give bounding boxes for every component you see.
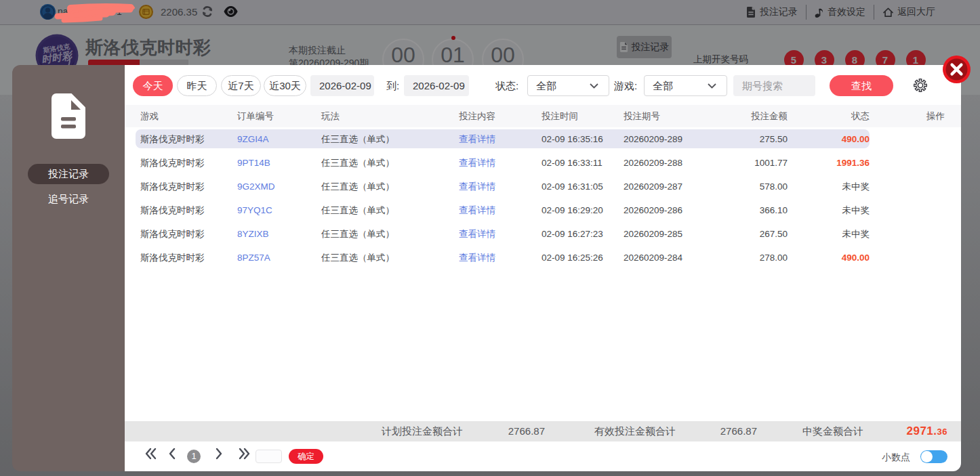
cell-action xyxy=(870,246,945,269)
cell-bet-time: 02-09 16:25:26 xyxy=(542,246,624,269)
filter-30days-button[interactable]: 近30天 xyxy=(264,75,306,96)
cell-amount: 366.10 xyxy=(714,198,788,222)
cell-status: 490.00 xyxy=(788,246,870,269)
cell-period: 20260209-289 xyxy=(624,127,714,151)
cell-play-type: 任三直选（单式） xyxy=(321,222,459,246)
filter-today-button[interactable]: 今天 xyxy=(133,75,173,96)
win-total-dec: 36 xyxy=(937,427,947,437)
last-page-button[interactable] xyxy=(238,448,251,460)
cell-status: 490.00 xyxy=(788,127,870,151)
current-page-badge[interactable]: 1 xyxy=(187,450,201,463)
cell-action xyxy=(870,222,945,246)
order-id-link[interactable]: 97YQ1C xyxy=(237,198,321,222)
filter-7days-button[interactable]: 近7天 xyxy=(221,75,261,96)
modal-panel: 今天 昨天 近7天 近30天 2026-02-09 到: 2026-02-09 … xyxy=(125,65,961,471)
cell-amount: 267.50 xyxy=(714,222,788,246)
cell-period: 20260209-287 xyxy=(624,175,714,198)
table-row[interactable]: 斯洛伐克时时彩9ZGI4A任三直选（单式）查看详情02-09 16:35:162… xyxy=(125,127,961,151)
prev-page-button[interactable] xyxy=(168,448,176,460)
filter-yesterday-button[interactable]: 昨天 xyxy=(177,75,217,96)
order-id-link[interactable]: 9PT14B xyxy=(237,151,321,175)
win-total-int: 2971. xyxy=(906,425,937,437)
date-from-input[interactable]: 2026-02-09 xyxy=(310,75,374,96)
view-details-link[interactable]: 查看详情 xyxy=(459,222,542,246)
col-header-order: 订单编号 xyxy=(237,105,321,127)
table-row[interactable]: 斯洛伐克时时彩9G2XMD任三直选（单式）查看详情02-09 16:31:052… xyxy=(125,175,961,198)
cell-action xyxy=(870,151,945,175)
view-details-link[interactable]: 查看详情 xyxy=(459,127,542,151)
cell-period: 20260209-285 xyxy=(624,222,714,246)
first-page-button[interactable] xyxy=(144,448,157,460)
cell-period: 20260209-284 xyxy=(624,246,714,269)
plan-total-value: 2766.87 xyxy=(508,421,545,441)
cell-bet-time: 02-09 16:33:11 xyxy=(542,151,624,175)
cell-action xyxy=(870,198,945,222)
cell-amount: 1001.77 xyxy=(714,151,788,175)
toggle-knob xyxy=(921,451,933,462)
cell-play-type: 任三直选（单式） xyxy=(321,175,459,198)
col-header-game: 游戏 xyxy=(140,105,237,127)
cell-play-type: 任三直选（单式） xyxy=(321,246,459,269)
cell-play-type: 任三直选（单式） xyxy=(321,151,459,175)
decimal-toggle[interactable] xyxy=(920,450,947,463)
table-row[interactable]: 斯洛伐克时时彩9PT14B任三直选（单式）查看详情02-09 16:33:112… xyxy=(125,151,961,175)
chevron-down-icon xyxy=(708,83,716,89)
decimal-toggle-label: 小数点 xyxy=(882,450,910,464)
valid-total-value: 2766.87 xyxy=(720,421,757,441)
cell-status: 1991.36 xyxy=(788,151,870,175)
col-header-amount: 投注金额 xyxy=(714,105,788,127)
cell-play-type: 任三直选（单式） xyxy=(321,127,459,151)
table-row[interactable]: 斯洛伐克时时彩97YQ1C任三直选（单式）查看详情02-09 16:29:202… xyxy=(125,198,961,222)
next-page-button[interactable] xyxy=(215,448,223,460)
page-confirm-button[interactable]: 确定 xyxy=(289,449,323,464)
col-header-status: 状态 xyxy=(788,105,870,127)
order-id-link[interactable]: 8PZ57A xyxy=(237,246,321,269)
cell-game: 斯洛伐克时时彩 xyxy=(140,222,237,246)
sidebar-item-chase-records[interactable]: 追号记录 xyxy=(28,189,109,209)
view-details-link[interactable]: 查看详情 xyxy=(459,246,542,269)
cell-amount: 278.00 xyxy=(714,246,788,269)
col-header-content: 投注内容 xyxy=(459,105,542,127)
date-to-label: 到: xyxy=(386,75,399,96)
order-id-link[interactable]: 9G2XMD xyxy=(237,175,321,198)
col-header-play: 玩法 xyxy=(321,105,459,127)
bet-records-modal: 投注记录 追号记录 今天 昨天 近7天 近30天 2026-02-09 到: 2… xyxy=(12,65,961,471)
cell-period: 20260209-286 xyxy=(624,198,714,222)
view-details-link[interactable]: 查看详情 xyxy=(459,151,542,175)
cell-amount: 275.50 xyxy=(714,127,788,151)
plan-total-label: 计划投注金额合计 xyxy=(382,421,463,441)
order-id-link[interactable]: 8YZIXB xyxy=(237,222,321,246)
win-total-label: 中奖金额合计 xyxy=(802,421,863,441)
cell-status: 未中奖 xyxy=(788,222,870,246)
cell-game: 斯洛伐克时时彩 xyxy=(140,198,237,222)
cell-game: 斯洛伐克时时彩 xyxy=(140,127,237,151)
cell-action xyxy=(870,175,945,198)
modal-sidebar: 投注记录 追号记录 xyxy=(12,65,125,471)
sidebar-item-bet-records[interactable]: 投注记录 xyxy=(28,164,109,184)
search-button[interactable]: 查找 xyxy=(830,75,893,96)
view-details-link[interactable]: 查看详情 xyxy=(459,175,542,198)
col-header-period: 投注期号 xyxy=(624,105,714,127)
game-filter-label: 游戏: xyxy=(614,75,637,96)
page-number-input[interactable] xyxy=(256,450,282,463)
view-details-link[interactable]: 查看详情 xyxy=(459,198,542,222)
win-total-value: 2971.36 xyxy=(906,421,947,442)
period-search-input[interactable]: 期号搜索 xyxy=(733,75,815,96)
cell-bet-time: 02-09 16:27:23 xyxy=(542,222,624,246)
order-id-link[interactable]: 9ZGI4A xyxy=(237,127,321,151)
table-row[interactable]: 斯洛伐克时时彩8YZIXB任三直选（单式）查看详情02-09 16:27:232… xyxy=(125,222,961,246)
table-row[interactable]: 斯洛伐克时时彩8PZ57A任三直选（单式）查看详情02-09 16:25:262… xyxy=(125,246,961,269)
cell-status: 未中奖 xyxy=(788,175,870,198)
date-to-input[interactable]: 2026-02-09 xyxy=(404,75,469,96)
col-header-time: 投注时间 xyxy=(542,105,624,127)
cell-game: 斯洛伐克时时彩 xyxy=(140,246,237,269)
game-select[interactable]: 全部 xyxy=(644,75,727,96)
records-document-icon xyxy=(52,93,85,139)
cell-period: 20260209-288 xyxy=(624,151,714,175)
cell-amount: 578.00 xyxy=(714,175,788,198)
close-modal-button[interactable] xyxy=(943,56,971,83)
status-select[interactable]: 全部 xyxy=(527,75,609,96)
settings-gear-icon[interactable] xyxy=(914,79,927,92)
status-filter-label: 状态: xyxy=(495,75,518,96)
table-body: 斯洛伐克时时彩9ZGI4A任三直选（单式）查看详情02-09 16:35:162… xyxy=(125,127,961,269)
